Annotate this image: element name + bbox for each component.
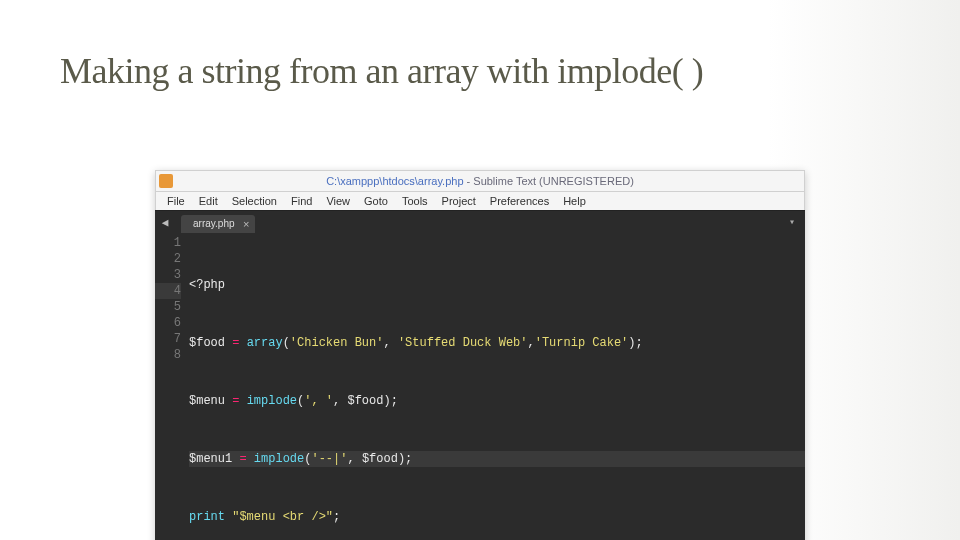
line-number: 7 bbox=[155, 331, 181, 347]
window-title-text: C:\xamppp\htdocs\array.php - Sublime Tex… bbox=[326, 175, 634, 187]
menu-edit[interactable]: Edit bbox=[192, 192, 225, 210]
slide: Making a string from an array with implo… bbox=[0, 0, 960, 540]
window-title-suffix: - Sublime Text (UNREGISTERED) bbox=[464, 175, 634, 187]
menu-project[interactable]: Project bbox=[435, 192, 483, 210]
code-line[interactable]: $menu = implode(', ', $food); bbox=[189, 393, 805, 409]
code-line[interactable]: $food = array('Chicken Bun', 'Stuffed Du… bbox=[189, 335, 805, 351]
menu-goto[interactable]: Goto bbox=[357, 192, 395, 210]
editor-window: C:\xamppp\htdocs\array.php - Sublime Tex… bbox=[155, 170, 805, 540]
menu-find[interactable]: Find bbox=[284, 192, 319, 210]
slide-title: Making a string from an array with implo… bbox=[60, 50, 900, 92]
line-number: 1 bbox=[155, 235, 181, 251]
menu-file[interactable]: File bbox=[160, 192, 192, 210]
code-area[interactable]: 1 2 3 4 5 6 7 8 <?php $food = array('Chi… bbox=[155, 233, 805, 540]
tab-array-php[interactable]: array.php × bbox=[181, 215, 255, 233]
code-line[interactable]: <?php bbox=[189, 277, 805, 293]
app-icon bbox=[159, 174, 173, 188]
close-icon[interactable]: × bbox=[243, 215, 249, 233]
line-number: 8 bbox=[155, 347, 181, 363]
menu-help[interactable]: Help bbox=[556, 192, 593, 210]
line-number: 2 bbox=[155, 251, 181, 267]
menu-selection[interactable]: Selection bbox=[225, 192, 284, 210]
line-number: 4 bbox=[155, 283, 181, 299]
tab-label: array.php bbox=[193, 218, 235, 229]
code-lines[interactable]: <?php $food = array('Chicken Bun', 'Stuf… bbox=[189, 235, 805, 540]
chevron-down-icon[interactable]: ▾ bbox=[783, 211, 801, 233]
code-line[interactable]: $menu1 = implode('--|', $food); bbox=[189, 451, 805, 467]
menu-view[interactable]: View bbox=[319, 192, 357, 210]
window-title-path: C:\xamppp\htdocs\array.php bbox=[326, 175, 463, 187]
window-titlebar: C:\xamppp\htdocs\array.php - Sublime Tex… bbox=[155, 170, 805, 192]
tab-row: ◀ array.php × ▾ bbox=[155, 210, 805, 233]
line-number: 6 bbox=[155, 315, 181, 331]
back-button[interactable]: ◀ bbox=[155, 211, 175, 233]
line-gutter: 1 2 3 4 5 6 7 8 bbox=[155, 235, 189, 540]
line-number: 3 bbox=[155, 267, 181, 283]
menu-bar: File Edit Selection Find View Goto Tools… bbox=[155, 192, 805, 210]
code-line[interactable]: print "$menu <br />"; bbox=[189, 509, 805, 525]
menu-preferences[interactable]: Preferences bbox=[483, 192, 556, 210]
line-number: 5 bbox=[155, 299, 181, 315]
menu-tools[interactable]: Tools bbox=[395, 192, 435, 210]
